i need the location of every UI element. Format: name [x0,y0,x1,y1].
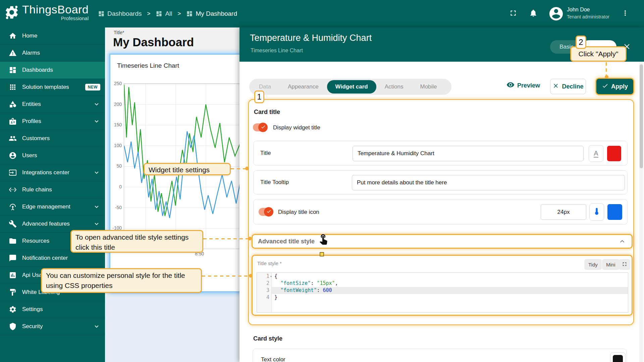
more-menu-button[interactable] [619,7,632,20]
sidebar-item-users[interactable]: Users [0,147,105,164]
warning-icon [9,49,17,57]
widget-title: Timeseries Line Chart [117,62,179,69]
apps-icon [9,83,17,91]
sidebar-item-label: Dashboards [22,67,53,73]
sidebar-item-home[interactable]: Home [0,27,105,45]
apply-button[interactable]: Apply [596,79,633,94]
sidebar-item-security[interactable]: Security [0,318,105,335]
display-widget-title-toggle[interactable] [253,123,267,131]
check-icon [266,209,271,215]
title-tooltip-input[interactable] [352,175,625,190]
display-title-icon-toggle[interactable] [259,208,273,216]
chevron-down-icon [93,101,100,108]
icon-color-swatch[interactable] [607,204,622,220]
check-icon [261,124,266,131]
tutorial-note-advanced-style: To open advanced title style settings cl… [70,230,203,253]
font-icon: A [594,149,598,158]
sidebar-item-rule-chains[interactable]: Rule chains [0,181,105,198]
user-info[interactable]: John Doe Tenant administrator [567,6,610,20]
tutorial-connector [202,276,250,277]
breadcrumb: Dashboards>All>My Dashboard [98,0,237,27]
integrations-icon [9,169,17,177]
tutorial-connector [203,238,248,239]
sidebar-item-integrations-center[interactable]: Integrations center [0,164,105,181]
app-logo[interactable]: ThingsBoard Professional [4,3,89,21]
panel-scrollbar[interactable] [639,62,643,362]
sidebar-item-solution-templates[interactable]: Solution templatesNEW [0,79,105,96]
tab-actions[interactable]: Actions [376,80,412,94]
title-color-swatch[interactable] [607,146,621,161]
y-tick-label: 150 [110,122,122,127]
breadcrumb-item-all[interactable]: All [156,10,172,17]
editor-fullscreen-button[interactable] [619,259,630,270]
editor-empty-area[interactable] [257,301,628,313]
kebab-icon [621,9,629,18]
sidebar-item-alarms[interactable]: Alarms [0,45,105,62]
sidebar-item-label: Alarms [22,50,40,56]
tools-icon [9,220,17,228]
entities-icon [9,100,17,108]
new-badge: NEW [85,84,100,90]
chevron-down-icon [93,169,100,176]
sidebar-item-edge-management[interactable]: Edge management [0,198,105,216]
preview-button[interactable]: Preview [506,81,540,90]
sidebar-item-label: Integrations center [22,169,69,176]
y-tick-label: 100 [110,143,122,148]
title-tooltip-label: Title Tooltip [260,179,289,186]
sidebar-item-settings[interactable]: Settings [0,301,105,318]
card-style-section: Text color [253,349,627,362]
display-title-icon-row: Display title icon [253,199,628,225]
text-color-swatch[interactable] [610,352,626,362]
notification-icon [9,254,17,262]
sidebar-item-label: Edge management [22,203,70,210]
breadcrumb-separator: > [178,10,181,17]
mini-button[interactable]: Mini [602,259,620,270]
card-style-heading: Card style [253,335,282,342]
dashboard-icon [9,66,17,74]
title-input[interactable] [353,146,584,161]
scrollbar-thumb[interactable] [640,64,643,168]
line-number: 1▾ [257,273,272,280]
advanced-title-style-expander[interactable]: Advanced title style [252,234,633,249]
panel-title: Temperature & Humidity Chart [250,33,372,43]
title-style-code-editor[interactable]: 1▾{2 "fontSize": "15px",3 "fontWeight": … [257,273,628,313]
paint-icon [9,288,17,296]
user-icon [9,152,17,160]
tab-widget-card[interactable]: Widget card [327,80,376,94]
tidy-button[interactable]: Tidy [584,259,602,270]
icon-size-input[interactable] [541,204,586,220]
avatar[interactable] [548,6,564,23]
panel-subtitle: Timeseries Line Chart [251,48,303,54]
y-tick-label: 0 [110,184,122,189]
chevron-down-icon [93,118,100,125]
sidebar-item-label: Profiles [22,118,41,125]
code-line-2: 2 "fontSize": "15px", [257,280,628,287]
tutorial-step-1-badge: 1 [254,90,264,103]
sidebar-item-dashboards[interactable]: Dashboards [0,62,105,79]
profiles-icon [9,117,17,125]
title-font-settings-button[interactable]: A [589,145,603,162]
click-hand-cursor-icon [317,233,329,246]
apply-button-label: Apply [611,83,628,90]
title-icon-picker-button[interactable] [589,203,604,221]
sidebar-item-entities[interactable]: Entities [0,96,105,113]
dashboard-title-input[interactable]: My Dashboard [113,36,194,49]
tab-mobile[interactable]: Mobile [412,80,445,94]
decline-button[interactable]: Decline [550,79,586,94]
dashboard-icon [156,10,162,17]
fold-caret-icon[interactable]: ▾ [270,273,272,280]
breadcrumb-item-dashboards[interactable]: Dashboards [98,10,142,17]
home-icon [9,32,17,40]
sidebar-item-profiles[interactable]: Profiles [0,113,105,130]
tab-appearance[interactable]: Appearance [279,80,327,94]
dashboard-icon [98,10,105,17]
breadcrumb-item-my-dashboard[interactable]: My Dashboard [186,10,237,17]
notifications-button[interactable] [527,7,540,20]
sidebar-item-label: Advanced features [22,221,70,227]
sidebar-item-customers[interactable]: Customers [0,130,105,147]
preview-button-label: Preview [517,82,540,89]
tutorial-note-widget-title: Widget title settings [144,163,231,175]
display-title-icon-label: Display title icon [278,209,319,216]
fullscreen-button[interactable] [506,7,520,20]
sidebar-item-label: Solution templates [22,84,69,90]
